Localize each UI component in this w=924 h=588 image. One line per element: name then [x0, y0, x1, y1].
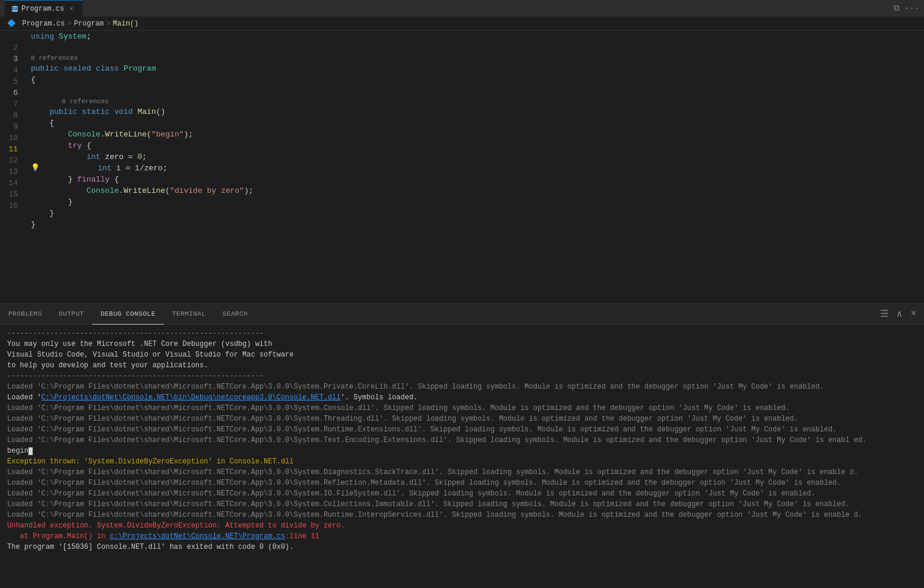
tab-search[interactable]: SEARCH — [214, 304, 257, 325]
tab-filename: Program.cs — [21, 5, 64, 13]
code-line-10: int zero = 0; — [31, 151, 924, 163]
more-actions-icon[interactable]: ··· — [904, 4, 919, 13]
breadcrumb-method[interactable]: Main() — [113, 20, 138, 28]
split-editor-icon[interactable]: ⧉ — [894, 4, 900, 13]
code-line-12: } finally { — [31, 174, 924, 185]
editor-area: 2 3 4 5 6 7 8 9 10 11 12 13 14 15 16 usi… — [0, 31, 924, 303]
line-numbers: 2 3 4 5 6 7 8 9 10 11 12 13 14 15 16 — [0, 31, 29, 303]
console-line: You may only use the Microsoft .NET Core… — [7, 339, 917, 349]
console-line: Visual Studio Code, Visual Studio or Vis… — [7, 349, 917, 360]
console-line: Loaded 'C:\Program Files\dotnet\shared\M… — [7, 403, 917, 414]
console-line: Loaded 'C:\Program Files\dotnet\shared\M… — [7, 424, 917, 435]
code-editor[interactable]: using System; 0 references public sealed… — [29, 31, 924, 303]
code-line-16: } — [31, 219, 924, 230]
panel-filter-icon[interactable]: ☰ — [877, 306, 891, 322]
console-line: Loaded 'C:\Program Files\dotnet\shared\M… — [7, 382, 917, 392]
ref-hint-method: 0 references — [31, 97, 924, 106]
console-exception-line: Exception thrown: 'System.DivideByZeroEx… — [7, 456, 917, 467]
panel-maximize-icon[interactable]: ∧ — [894, 306, 906, 322]
debug-console-output[interactable]: ----------------------------------------… — [0, 325, 924, 588]
console-line: Loaded 'C:\Projects\dotNet\Console.NET\b… — [7, 392, 917, 403]
console-line: ----------------------------------------… — [7, 371, 917, 382]
console-exit-line: The program '[15036] Console.NET.dll' ha… — [7, 542, 917, 552]
code-line-13: Console.WriteLine("divide by zero"); — [31, 185, 924, 196]
console-begin-line: begin — [7, 446, 917, 456]
code-line-11: 💡 int i = 1/zero; — [31, 163, 924, 174]
console-line: Loaded 'C:\Program Files\dotnet\shared\M… — [7, 414, 917, 424]
tab-debug-console[interactable]: DEBUG CONSOLE — [92, 304, 163, 325]
ref-hint-class: 0 references — [31, 53, 924, 63]
breadcrumb: 🔷 Program.cs > Program > Main() — [0, 17, 924, 31]
file-icon: C# — [12, 6, 18, 12]
editor-tab[interactable]: C# Program.cs × — [5, 0, 83, 17]
breadcrumb-class[interactable]: Program — [74, 20, 103, 28]
code-line-2 — [31, 42, 924, 53]
breadcrumb-sep-1: > — [67, 20, 71, 28]
tab-output[interactable]: OUTPUT — [50, 304, 93, 325]
title-bar: C# Program.cs × ⧉ ··· — [0, 0, 924, 17]
breadcrumb-sep-2: > — [106, 20, 110, 28]
console-line: Loaded 'C:\Program Files\dotnet\shared\M… — [7, 478, 917, 488]
console-stacktrace-line: at Program.Main() in c:\Projects\dotNet\… — [7, 531, 917, 542]
code-line-1: using System; — [31, 31, 924, 42]
text-cursor — [29, 447, 33, 455]
console-line: Loaded 'C:\Program Files\dotnet\shared\M… — [7, 499, 917, 510]
code-line-4: { — [31, 74, 924, 85]
breadcrumb-file[interactable]: 🔷 Program.cs — [7, 19, 65, 28]
panel: PROBLEMS OUTPUT DEBUG CONSOLE TERMINAL S… — [0, 303, 924, 588]
code-line-5 — [31, 85, 924, 97]
code-line-8: Console.WriteLine("begin"); — [31, 129, 924, 140]
console-line: ----------------------------------------… — [7, 328, 917, 339]
console-line: to help you develop and test your applic… — [7, 360, 917, 371]
tab-terminal[interactable]: TERMINAL — [164, 304, 214, 325]
console-line: Loaded 'C:\Program Files\dotnet\shared\M… — [7, 510, 917, 520]
code-line-9: try { — [31, 140, 924, 151]
tab-close-button[interactable]: × — [68, 4, 75, 14]
console-unhandled-line: Unhandled exception. System.DivideByZero… — [7, 520, 917, 531]
code-line-7: { — [31, 117, 924, 129]
warning-icon: 💡 — [31, 163, 40, 174]
console-line: Loaded 'C:\Program Files\dotnet\shared\M… — [7, 488, 917, 499]
code-line-15: } — [31, 208, 924, 219]
panel-close-icon[interactable]: × — [907, 306, 919, 322]
title-actions: ⧉ ··· — [894, 4, 919, 13]
code-line-6: public static void Main() — [31, 106, 924, 117]
panel-tabs: PROBLEMS OUTPUT DEBUG CONSOLE TERMINAL S… — [0, 304, 924, 325]
console-line: Loaded 'C:\Program Files\dotnet\shared\M… — [7, 435, 917, 446]
panel-actions: ☰ ∧ × — [877, 306, 924, 322]
code-line-14: } — [31, 196, 924, 208]
console-line: Loaded 'C:\Program Files\dotnet\shared\M… — [7, 467, 917, 478]
code-line-3: public sealed class Program — [31, 63, 924, 74]
tab-problems[interactable]: PROBLEMS — [0, 304, 50, 325]
